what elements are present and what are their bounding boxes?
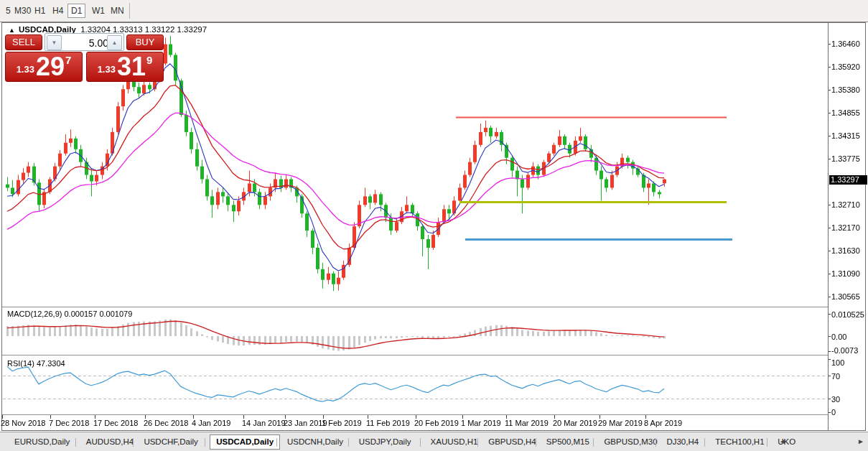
date-axis-label: 8 Apr 2019	[644, 419, 682, 427]
price-axis-label: 1.36460	[831, 39, 860, 48]
tab-gbpusd-m30[interactable]: GBPUSD,M30	[598, 435, 663, 449]
price-axis-label: 1.34315	[831, 131, 860, 140]
tab-usdcnh-daily[interactable]: USDCNH,Daily	[281, 435, 349, 449]
buy-price-main: 31	[117, 55, 146, 79]
price-axis-label: 1.33775	[831, 154, 860, 163]
buy-price-prefix: 1.33	[98, 64, 116, 75]
rsi-axis-separator	[2, 414, 828, 415]
buy-price-button[interactable]: 1.33 31 9	[86, 52, 164, 82]
tab-separator	[133, 438, 134, 447]
date-axis-label: 26 Dec 2018	[144, 419, 188, 427]
tab-usdcad-daily[interactable]: USDCAD,Daily	[210, 434, 280, 450]
macd-rsi-separator[interactable]	[2, 355, 828, 355]
tab-usdchf-daily[interactable]: USDCHF,Daily	[138, 435, 203, 449]
price-axis-label: 1.31090	[831, 269, 860, 278]
rsi-label: RSI(14) 47.3304	[7, 359, 65, 368]
date-axis-label: 20 Mar 2019	[553, 419, 597, 427]
tab-separator	[767, 438, 767, 447]
macd-label: MACD(12,26,9) 0.000157 0.001079	[7, 310, 132, 318]
sell-price-button[interactable]: 1.33 29 7	[5, 52, 83, 82]
tab-separator	[477, 438, 478, 447]
sell-price-pip: 7	[65, 54, 71, 66]
date-axis-label: 7 Dec 2018	[49, 419, 89, 427]
date-axis-label: 23 Jan 2019	[284, 419, 327, 427]
volume-decrease-button[interactable]: ▼	[47, 35, 62, 50]
sell-button[interactable]: SELL	[5, 34, 42, 50]
volume-input[interactable]	[62, 36, 110, 50]
macd-axis-label: 0.00	[831, 333, 846, 341]
current-price-badge: 1.33297	[829, 175, 867, 185]
tab-dj30-h4[interactable]: DJ30,H4	[661, 435, 704, 449]
tab-separator	[593, 438, 594, 447]
tab-sp500-m15[interactable]: SP500,M15	[541, 435, 595, 449]
volume-spinner: ▼ ▲	[45, 33, 124, 51]
price-axis-label: 1.32710	[831, 200, 860, 209]
tab-separator	[276, 438, 277, 447]
sell-price-main: 29	[36, 55, 65, 79]
tab-audusd-h4[interactable]: AUDUSD,H4	[80, 435, 139, 449]
volume-increase-button[interactable]: ▲	[107, 35, 122, 50]
macd-axis-label: 0.010525	[831, 310, 864, 319]
price-axis-label: 1.32170	[831, 223, 860, 232]
date-axis-label: 1 Feb 2019	[322, 419, 362, 427]
tab-separator	[420, 438, 421, 447]
tab-separator	[704, 438, 705, 447]
tab-eurusd-daily[interactable]: EURUSD,Daily	[9, 435, 75, 449]
buy-price-pip: 9	[146, 54, 152, 66]
rsi-axis-label: 30	[831, 395, 840, 404]
date-axis-label: 11 Mar 2019	[505, 419, 549, 427]
price-axis-label: 1.35380	[831, 85, 860, 94]
rsi-axis-label: 0	[831, 408, 836, 417]
tab-scroll-left-icon[interactable]: ◄	[779, 437, 786, 445]
rsi-axis-label: 70	[831, 372, 840, 381]
rsi-axis-label: 100	[831, 358, 844, 367]
tab-uko[interactable]: UKO	[772, 435, 801, 449]
tab-usdjpy-daily[interactable]: USDJPY,Daily	[353, 435, 417, 449]
date-axis-label: 1 Mar 2019	[461, 419, 501, 427]
price-axis-label: 1.35920	[831, 62, 860, 71]
price-axis-border	[828, 23, 829, 430]
tab-xauusd-h1[interactable]: XAUUSD,H1	[425, 435, 484, 449]
tab-scroll-right-icon[interactable]: ►	[857, 437, 864, 445]
date-axis-label: 14 Jan 2019	[242, 419, 286, 427]
date-axis-label: 17 Dec 2018	[93, 419, 138, 427]
price-axis-label: 1.34855	[831, 108, 860, 117]
main-macd-separator[interactable]	[2, 307, 828, 307]
symbol-tab-bar: EURUSD,DailyAUDUSD,H4USDCHF,DailyUSDCAD,…	[0, 432, 868, 451]
tab-separator	[348, 438, 349, 447]
triangle-down-icon: ▼	[52, 39, 57, 46]
date-axis-label: 28 Nov 2018	[1, 419, 45, 427]
date-axis-label: 29 Mar 2019	[598, 419, 643, 427]
tab-separator	[75, 438, 76, 447]
date-axis-label: 11 Feb 2019	[366, 419, 410, 427]
price-axis-label: 1.30565	[831, 292, 860, 301]
trading-terminal-window: 5M30H1H4D1W1MN ▲USDCAD,Daily 1.33204 1.3…	[0, 0, 868, 451]
tab-gbpusd-h4[interactable]: GBPUSD,H4	[482, 435, 541, 449]
buy-button[interactable]: BUY	[126, 34, 164, 50]
sell-price-prefix: 1.33	[17, 64, 34, 75]
price-axis-label: 1.31630	[831, 246, 860, 255]
tab-tech100-h1[interactable]: TECH100,H1	[709, 435, 770, 449]
date-axis-label: 20 Feb 2019	[414, 419, 459, 427]
tab-separator	[536, 438, 536, 447]
triangle-up-icon: ▲	[112, 39, 118, 46]
tab-separator	[205, 438, 205, 447]
date-axis-label: 4 Jan 2019	[192, 419, 230, 427]
tab-separator	[655, 438, 656, 447]
one-click-trading-panel: SELL ▼ ▲ BUY 1.33 29 7 1.33 31 9	[5, 33, 164, 82]
macd-axis-label: -0.0073	[831, 346, 858, 355]
